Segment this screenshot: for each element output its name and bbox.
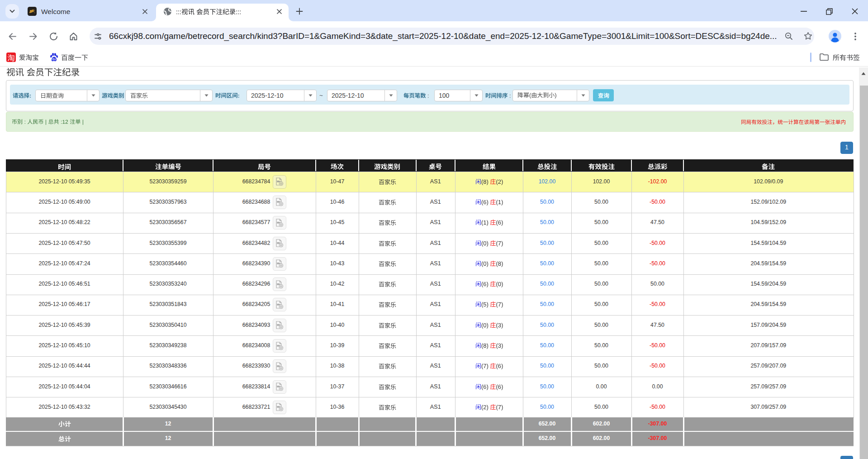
svg-text:du: du xyxy=(52,57,56,61)
